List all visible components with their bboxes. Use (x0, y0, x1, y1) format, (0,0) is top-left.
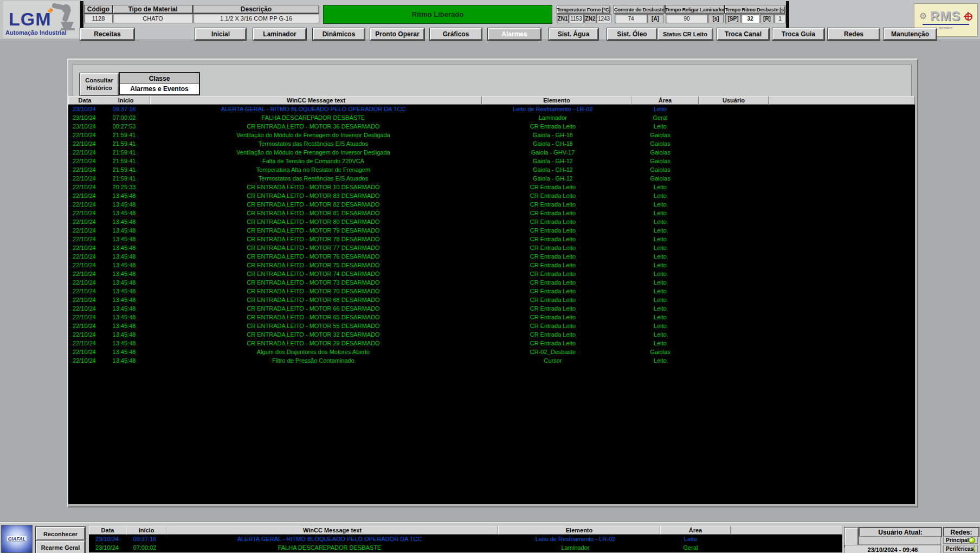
corrente-value: 74 (615, 14, 647, 23)
alarm-row[interactable]: 23/10/2409:37:16ALERTA GERAL - RITMO BLO… (89, 535, 842, 543)
nav-status-cr-leito-button[interactable]: Status CR Leito (657, 28, 713, 40)
nav-manutencao-button[interactable]: Manutenção (884, 28, 937, 40)
alarm-cell-message: CR ENTRADA LEITO - MOTOR 75 DESARMADO (148, 262, 479, 268)
alarm-row[interactable]: 22/10/2413:45:48CR ENTRADA LEITO - MOTOR… (68, 217, 915, 226)
alarm-row[interactable]: 22/10/2421:59:41Ventilação do Módulo de … (68, 131, 915, 139)
alarm-cell-area: Gaiolas (627, 166, 693, 173)
alarm-cell-message: Ventilação do Módulo de Frenagem do Inve… (148, 149, 479, 156)
alarm-cell-message: Ventilação do Módulo de Frenagem do Inve… (148, 132, 479, 138)
nav-redes-button[interactable]: Redes (828, 28, 880, 40)
alarm-cell-element: Leito de Resfriamento - LR-02 (495, 536, 656, 542)
rearme-geral-button[interactable]: Rearme Geral (36, 541, 85, 553)
alarm-row[interactable]: 22/10/2413:45:48CR ENTRADA LEITO - MOTOR… (68, 321, 915, 330)
nav-troca-canal-button[interactable]: Troca Canal (717, 28, 769, 40)
alarm-row[interactable]: 23/10/2407:00:02FALHA DESCAREPADOR DESBA… (68, 113, 915, 122)
alarm-cell-time: 13:45:48 (100, 201, 148, 208)
alarm-cell-message: CR ENTRADA LEITO - MOTOR 68 DESARMADO (148, 297, 479, 303)
alarm-row[interactable]: 22/10/2413:45:48CR ENTRADA LEITO - MOTOR… (68, 209, 915, 217)
nav-pronto-operar-button[interactable]: Pronto Operar (370, 28, 424, 40)
alarm-row[interactable]: 22/10/2413:45:48CR ENTRADA LEITO - MOTOR… (68, 339, 915, 348)
footer-table-body: 23/10/2409:37:16ALERTA GERAL - RITMO BLO… (89, 535, 842, 552)
classe-header: Classe (119, 72, 200, 84)
alarm-row[interactable]: 22/10/2421:59:41Temperatura Alta no Resi… (68, 165, 915, 174)
alarm-cell-time: 07:00:02 (100, 114, 148, 121)
alarm-cell-date: 23/10/24 (68, 114, 100, 121)
alarm-cell-time: 07:00:02 (125, 544, 164, 551)
alarm-row[interactable]: 22/10/2413:45:48CR ENTRADA LEITO - MOTOR… (68, 313, 915, 321)
alarm-row[interactable]: 22/10/2413:45:48CR ENTRADA LEITO - MOTOR… (68, 226, 915, 235)
nav-dinamicos-button[interactable]: Dinâmicos (313, 28, 365, 40)
nav-graficos-button[interactable]: Gráficos (430, 28, 482, 40)
nav-sist-oleo-button[interactable]: Sist. Óleo (607, 28, 657, 40)
alarm-row[interactable]: 22/10/2413:45:48CR ENTRADA LEITO - MOTOR… (68, 330, 915, 339)
nav-laminador-button[interactable]: Laminador (253, 28, 306, 40)
alarm-cell-time: 13:45:48 (100, 262, 148, 268)
user-button[interactable] (844, 528, 859, 547)
nav-sist-agua-button[interactable]: Sist. Água (549, 28, 598, 40)
footer-table-header: Data Início WinCC Message text Elemento … (89, 526, 842, 535)
alarm-row[interactable]: 22/10/2413:45:48Filtro de Pressão Contam… (68, 356, 915, 365)
alarm-row[interactable]: 22/10/2413:45:48CR ENTRADA LEITO - MOTOR… (68, 287, 915, 295)
alarm-row[interactable]: 22/10/2413:45:48CR ENTRADA LEITO - MOTOR… (68, 252, 915, 261)
nav-alarmes-button[interactable]: Alarmes (488, 28, 541, 40)
rms-subtitle: service (939, 25, 952, 30)
alarm-row[interactable]: 22/10/2421:59:41Falta de Tensão de Coman… (68, 157, 915, 165)
alarm-row[interactable]: 22/10/2421:59:41Termostatos das Reatânci… (68, 139, 915, 148)
alarm-cell-date: 22/10/24 (68, 305, 100, 312)
reconhecer-button[interactable]: Reconhecer (36, 527, 85, 541)
footer-col-message: WinCC Message text (166, 526, 498, 535)
alarm-cell-time: 13:45:48 (100, 305, 148, 312)
alarm-cell-area: Leito (627, 227, 693, 234)
alarm-cell-area: Leito (627, 288, 693, 294)
alarm-cell-message: CR ENTRADA LEITO - MOTOR 74 DESARMADO (148, 271, 479, 277)
alarm-row[interactable]: 22/10/2420:25:33CR ENTRADA LEITO - MOTOR… (68, 183, 915, 191)
alarm-cell-area: Gaiolas (627, 149, 693, 156)
alarm-cell-time: 13:45:48 (100, 349, 148, 355)
alarm-cell-date: 22/10/24 (68, 245, 100, 251)
nav-inicial-button[interactable]: Inicial (195, 28, 246, 40)
alarm-cell-date: 22/10/24 (68, 201, 100, 208)
col-header-area[interactable]: Área (631, 96, 699, 105)
alarm-cell-area: Leito (627, 106, 693, 112)
alarm-row[interactable]: 22/10/2413:45:48CR ENTRADA LEITO - MOTOR… (68, 243, 915, 252)
alarm-cell-element: CR Entrada Leito (479, 218, 627, 225)
alarm-row[interactable]: 22/10/2413:45:48CR ENTRADA LEITO - MOTOR… (68, 235, 915, 243)
alarm-row[interactable]: 22/10/2413:45:48CR ENTRADA LEITO - MOTOR… (68, 295, 915, 304)
col-header-elemento[interactable]: Elemento (482, 96, 631, 105)
alarm-row[interactable]: 22/10/2413:45:48Algum dos Disjuntores do… (68, 348, 915, 356)
alarm-row[interactable]: 22/10/2421:59:41Ventilação do Módulo de … (68, 148, 915, 157)
temperatura-forno-header: Temperatura Forno [°C] (557, 5, 610, 14)
sp-label: [SP] (725, 14, 741, 23)
alarm-cell-date: 23/10/24 (68, 123, 100, 130)
consultar-historico-button[interactable]: Consultar Histórico (80, 73, 119, 96)
tempo-ritmo-header: Tempo Ritmo Desbaste [s] (725, 5, 785, 14)
alarm-row[interactable]: 22/10/2421:59:41Termostatos das Reatânci… (68, 174, 915, 183)
nav-receitas-button[interactable]: Receitas (80, 28, 134, 40)
alarm-cell-area: Leito (627, 262, 693, 268)
col-header-data[interactable]: Data (68, 96, 101, 105)
alarm-cell-date: 22/10/24 (68, 140, 100, 147)
alarm-row[interactable]: 23/10/2409:37:16ALERTA GERAL - RITMO BLO… (68, 105, 915, 113)
alarm-row[interactable]: 22/10/2413:45:48CR ENTRADA LEITO - MOTOR… (68, 278, 915, 287)
alarm-cell-date: 22/10/24 (68, 236, 100, 242)
alarm-row[interactable]: 23/10/2400:27:53CR ENTRADA LEITO - MOTOR… (68, 122, 915, 131)
alarm-cell-area: Leito (627, 218, 693, 225)
col-header-usuario[interactable]: Usuário (699, 96, 769, 105)
alarm-cell-area: Leito (627, 236, 693, 242)
col-header-message[interactable]: WinCC Message text (150, 96, 482, 105)
alarm-row[interactable]: 22/10/2413:45:48CR ENTRADA LEITO - MOTOR… (68, 304, 915, 313)
alarm-row[interactable]: 22/10/2413:45:48CR ENTRADA LEITO - MOTOR… (68, 269, 915, 278)
alarm-cell-time: 13:45:48 (100, 323, 148, 329)
classe-select[interactable]: Alarmes e Eventos (119, 83, 200, 95)
alarm-cell-message: CR ENTRADA LEITO - MOTOR 32 DESARMADO (148, 331, 479, 338)
nav-troca-guia-button[interactable]: Troca Guia (772, 28, 824, 40)
alarm-row[interactable]: 23/10/2407:00:02FALHA DESCAREPADOR DESBA… (89, 543, 842, 552)
alarm-row[interactable]: 22/10/2413:45:48CR ENTRADA LEITO - MOTOR… (68, 191, 915, 200)
alarm-row[interactable]: 22/10/2413:45:48CR ENTRADA LEITO - MOTOR… (68, 261, 915, 269)
sp-value-input[interactable]: 32 (741, 14, 759, 23)
col-header-inicio[interactable]: Início (101, 96, 150, 105)
alarm-row[interactable]: 22/10/2413:45:48CR ENTRADA LEITO - MOTOR… (68, 200, 915, 209)
tipo-material-header: Tipo de Material (113, 5, 193, 14)
alarm-cell-message: CR ENTRADA LEITO - MOTOR 66 DESARMADO (148, 305, 479, 312)
alarm-cell-date: 22/10/24 (68, 184, 100, 190)
